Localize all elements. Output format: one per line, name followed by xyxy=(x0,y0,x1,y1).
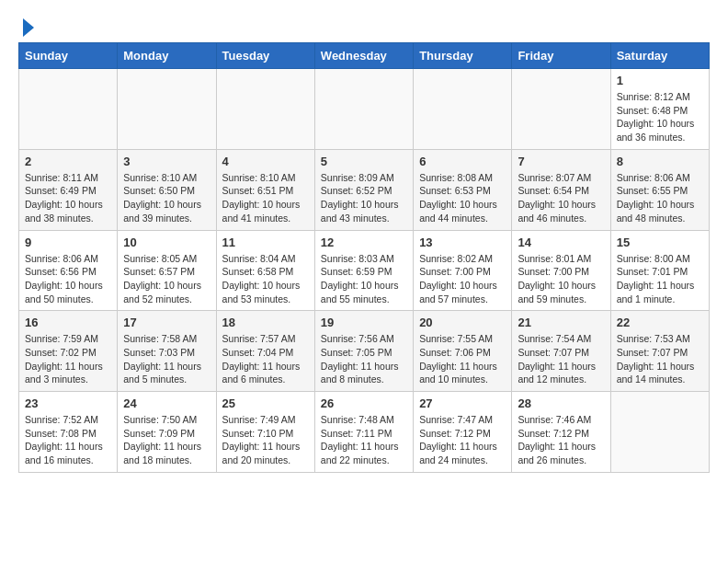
day-info: Sunrise: 7:52 AM Sunset: 7:08 PM Dayligh… xyxy=(25,413,111,467)
calendar-day-cell: 17Sunrise: 7:58 AM Sunset: 7:03 PM Dayli… xyxy=(118,311,216,392)
calendar-day-cell: 28Sunrise: 7:46 AM Sunset: 7:12 PM Dayli… xyxy=(512,392,610,473)
weekday-header-thursday: Thursday xyxy=(414,43,512,69)
calendar-day-cell: 20Sunrise: 7:55 AM Sunset: 7:06 PM Dayli… xyxy=(414,311,512,392)
day-number: 3 xyxy=(123,155,210,168)
calendar-week-4: 16Sunrise: 7:59 AM Sunset: 7:02 PM Dayli… xyxy=(19,311,710,392)
calendar-day-cell: 14Sunrise: 8:01 AM Sunset: 7:00 PM Dayli… xyxy=(512,230,610,311)
day-number: 5 xyxy=(321,155,407,168)
weekday-header-saturday: Saturday xyxy=(610,43,709,69)
calendar-day-cell xyxy=(19,69,118,150)
day-number: 26 xyxy=(321,396,407,410)
calendar-day-cell xyxy=(610,392,709,473)
day-info: Sunrise: 8:00 AM Sunset: 7:01 PM Dayligh… xyxy=(617,252,703,306)
weekday-header-row: SundayMondayTuesdayWednesdayThursdayFrid… xyxy=(19,43,710,69)
day-info: Sunrise: 8:11 AM Sunset: 6:49 PM Dayligh… xyxy=(25,171,111,225)
calendar-week-5: 23Sunrise: 7:52 AM Sunset: 7:08 PM Dayli… xyxy=(19,392,710,473)
day-number: 25 xyxy=(222,396,309,410)
day-number: 14 xyxy=(518,236,604,249)
calendar-day-cell: 27Sunrise: 7:47 AM Sunset: 7:12 PM Dayli… xyxy=(414,392,512,473)
day-info: Sunrise: 7:56 AM Sunset: 7:05 PM Dayligh… xyxy=(321,332,407,386)
day-info: Sunrise: 8:10 AM Sunset: 6:50 PM Dayligh… xyxy=(123,171,210,225)
day-number: 16 xyxy=(25,316,111,329)
day-info: Sunrise: 8:06 AM Sunset: 6:56 PM Dayligh… xyxy=(25,252,111,306)
day-number: 12 xyxy=(321,236,407,249)
calendar-week-2: 2Sunrise: 8:11 AM Sunset: 6:49 PM Daylig… xyxy=(19,149,710,230)
day-number: 28 xyxy=(518,396,604,410)
day-number: 9 xyxy=(25,236,111,249)
day-number: 8 xyxy=(617,155,703,168)
calendar-day-cell: 23Sunrise: 7:52 AM Sunset: 7:08 PM Dayli… xyxy=(19,392,118,473)
calendar-table: SundayMondayTuesdayWednesdayThursdayFrid… xyxy=(18,42,710,473)
calendar-week-3: 9Sunrise: 8:06 AM Sunset: 6:56 PM Daylig… xyxy=(19,230,710,311)
calendar-day-cell: 21Sunrise: 7:54 AM Sunset: 7:07 PM Dayli… xyxy=(512,311,610,392)
calendar-day-cell: 22Sunrise: 7:53 AM Sunset: 7:07 PM Dayli… xyxy=(610,311,709,392)
calendar-day-cell: 8Sunrise: 8:06 AM Sunset: 6:55 PM Daylig… xyxy=(610,149,709,230)
weekday-header-friday: Friday xyxy=(512,43,610,69)
weekday-header-monday: Monday xyxy=(118,43,216,69)
logo-triangle-icon xyxy=(23,18,34,37)
day-number: 19 xyxy=(321,316,407,329)
day-info: Sunrise: 7:49 AM Sunset: 7:10 PM Dayligh… xyxy=(222,413,309,467)
weekday-header-wednesday: Wednesday xyxy=(314,43,413,69)
calendar-day-cell: 19Sunrise: 7:56 AM Sunset: 7:05 PM Dayli… xyxy=(314,311,413,392)
calendar-day-cell: 1Sunrise: 8:12 AM Sunset: 6:48 PM Daylig… xyxy=(610,69,709,150)
day-info: Sunrise: 7:58 AM Sunset: 7:03 PM Dayligh… xyxy=(123,332,210,386)
day-number: 2 xyxy=(25,155,111,168)
calendar-day-cell xyxy=(216,69,314,150)
calendar-day-cell: 2Sunrise: 8:11 AM Sunset: 6:49 PM Daylig… xyxy=(19,149,118,230)
day-number: 21 xyxy=(518,316,604,329)
day-info: Sunrise: 7:54 AM Sunset: 7:07 PM Dayligh… xyxy=(518,332,604,386)
day-info: Sunrise: 7:48 AM Sunset: 7:11 PM Dayligh… xyxy=(321,413,407,467)
day-number: 22 xyxy=(617,316,703,329)
day-info: Sunrise: 8:09 AM Sunset: 6:52 PM Dayligh… xyxy=(321,171,407,225)
calendar-day-cell: 26Sunrise: 7:48 AM Sunset: 7:11 PM Dayli… xyxy=(314,392,413,473)
day-number: 13 xyxy=(419,236,506,249)
calendar-week-1: 1Sunrise: 8:12 AM Sunset: 6:48 PM Daylig… xyxy=(19,69,710,150)
calendar-day-cell: 5Sunrise: 8:09 AM Sunset: 6:52 PM Daylig… xyxy=(314,149,413,230)
day-info: Sunrise: 8:06 AM Sunset: 6:55 PM Dayligh… xyxy=(617,171,703,225)
calendar-day-cell xyxy=(512,69,610,150)
calendar-day-cell: 16Sunrise: 7:59 AM Sunset: 7:02 PM Dayli… xyxy=(19,311,118,392)
day-info: Sunrise: 8:01 AM Sunset: 7:00 PM Dayligh… xyxy=(518,252,604,306)
calendar-day-cell: 10Sunrise: 8:05 AM Sunset: 6:57 PM Dayli… xyxy=(118,230,216,311)
calendar-day-cell: 25Sunrise: 7:49 AM Sunset: 7:10 PM Dayli… xyxy=(216,392,314,473)
day-info: Sunrise: 7:46 AM Sunset: 7:12 PM Dayligh… xyxy=(518,413,604,467)
day-number: 10 xyxy=(123,236,210,249)
day-info: Sunrise: 8:12 AM Sunset: 6:48 PM Dayligh… xyxy=(617,90,703,144)
day-info: Sunrise: 8:02 AM Sunset: 7:00 PM Dayligh… xyxy=(419,252,506,306)
logo xyxy=(18,18,34,33)
calendar-day-cell xyxy=(314,69,413,150)
day-number: 4 xyxy=(222,155,309,168)
day-number: 17 xyxy=(123,316,210,329)
calendar-day-cell: 18Sunrise: 7:57 AM Sunset: 7:04 PM Dayli… xyxy=(216,311,314,392)
day-number: 23 xyxy=(25,396,111,410)
day-info: Sunrise: 7:47 AM Sunset: 7:12 PM Dayligh… xyxy=(419,413,506,467)
day-number: 11 xyxy=(222,236,309,249)
day-info: Sunrise: 8:10 AM Sunset: 6:51 PM Dayligh… xyxy=(222,171,309,225)
calendar-day-cell: 24Sunrise: 7:50 AM Sunset: 7:09 PM Dayli… xyxy=(118,392,216,473)
calendar-day-cell: 12Sunrise: 8:03 AM Sunset: 6:59 PM Dayli… xyxy=(314,230,413,311)
day-number: 20 xyxy=(419,316,506,329)
calendar-day-cell: 6Sunrise: 8:08 AM Sunset: 6:53 PM Daylig… xyxy=(414,149,512,230)
calendar-day-cell: 3Sunrise: 8:10 AM Sunset: 6:50 PM Daylig… xyxy=(118,149,216,230)
day-info: Sunrise: 7:50 AM Sunset: 7:09 PM Dayligh… xyxy=(123,413,210,467)
day-number: 24 xyxy=(123,396,210,410)
calendar-day-cell: 7Sunrise: 8:07 AM Sunset: 6:54 PM Daylig… xyxy=(512,149,610,230)
day-info: Sunrise: 7:57 AM Sunset: 7:04 PM Dayligh… xyxy=(222,332,309,386)
calendar-day-cell: 11Sunrise: 8:04 AM Sunset: 6:58 PM Dayli… xyxy=(216,230,314,311)
day-info: Sunrise: 7:55 AM Sunset: 7:06 PM Dayligh… xyxy=(419,332,506,386)
calendar-day-cell: 4Sunrise: 8:10 AM Sunset: 6:51 PM Daylig… xyxy=(216,149,314,230)
day-info: Sunrise: 8:07 AM Sunset: 6:54 PM Dayligh… xyxy=(518,171,604,225)
calendar-day-cell xyxy=(414,69,512,150)
weekday-header-sunday: Sunday xyxy=(19,43,118,69)
page-header xyxy=(18,18,710,33)
weekday-header-tuesday: Tuesday xyxy=(216,43,314,69)
calendar-day-cell: 15Sunrise: 8:00 AM Sunset: 7:01 PM Dayli… xyxy=(610,230,709,311)
day-number: 1 xyxy=(617,74,703,87)
day-number: 27 xyxy=(419,396,506,410)
day-info: Sunrise: 8:08 AM Sunset: 6:53 PM Dayligh… xyxy=(419,171,506,225)
calendar-day-cell xyxy=(118,69,216,150)
day-number: 7 xyxy=(518,155,604,168)
day-number: 6 xyxy=(419,155,506,168)
day-info: Sunrise: 7:59 AM Sunset: 7:02 PM Dayligh… xyxy=(25,332,111,386)
